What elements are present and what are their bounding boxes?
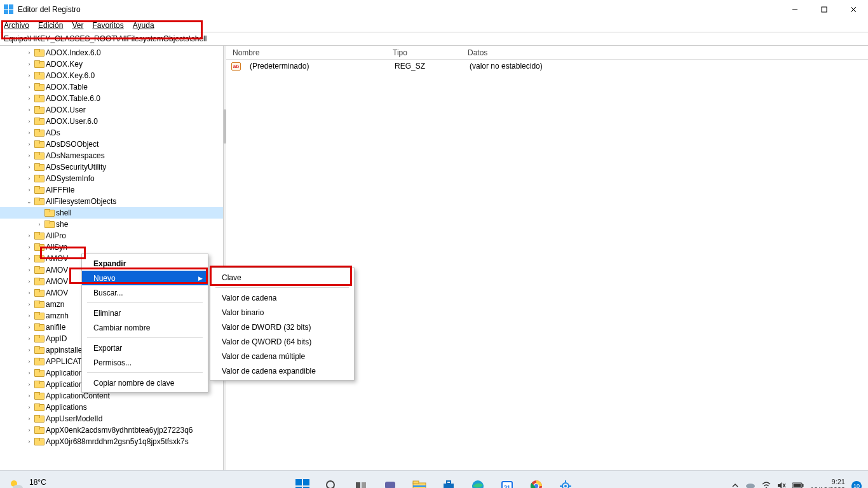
app-icon[interactable]: [553, 473, 578, 489]
ctx-export[interactable]: Exportar: [82, 341, 208, 355]
ctx-new-key[interactable]: Clave: [210, 270, 354, 285]
ctx-rename[interactable]: Cambiar nombre: [82, 320, 208, 335]
tree-item[interactable]: ›ADOX.Key.6.0: [0, 70, 223, 81]
menu-file[interactable]: Archivo: [4, 21, 29, 30]
col-data[interactable]: Datos: [461, 48, 868, 57]
chevron-right-icon[interactable]: ›: [25, 324, 33, 330]
tray-clock[interactable]: 9:21 10/10/2022: [810, 478, 845, 488]
tree-item[interactable]: ›ADsSecurityUtility: [0, 161, 223, 173]
chevron-right-icon[interactable]: ›: [25, 233, 33, 239]
tree-item[interactable]: ›ADOX.User: [0, 104, 223, 116]
tree-item[interactable]: ›AllSyn: [0, 241, 223, 253]
store-icon[interactable]: [436, 473, 461, 489]
tree-item[interactable]: ›ADSystemInfo: [0, 173, 223, 184]
tree-item[interactable]: ›AppX0jr688mrddhm2gsn5y1q8jpx5tfsxk7s: [0, 436, 223, 447]
tree-item[interactable]: ›AppX0enk2acdsmv8ydhntbtea6yjp27223q6: [0, 424, 223, 436]
tree-item[interactable]: ›AIFFFile: [0, 184, 223, 196]
chevron-right-icon[interactable]: ›: [25, 61, 33, 67]
menu-view[interactable]: Ver: [72, 21, 83, 30]
chevron-right-icon[interactable]: ›: [25, 313, 33, 319]
ctx-find[interactable]: Buscar...: [82, 285, 208, 300]
chevron-right-icon[interactable]: ›: [36, 221, 43, 227]
ctx-new-multistring[interactable]: Valor de cadena múltiple: [210, 349, 354, 363]
chevron-right-icon[interactable]: ›: [25, 427, 33, 433]
maximize-button[interactable]: [810, 0, 839, 19]
tree-item[interactable]: ›ADOX.Index.6.0: [0, 47, 223, 58]
edge-icon[interactable]: [465, 473, 491, 489]
tree-item[interactable]: ›Applications: [0, 402, 223, 413]
chevron-right-icon[interactable]: ›: [25, 290, 33, 296]
ctx-new-binary[interactable]: Valor binario: [210, 305, 354, 320]
chevron-right-icon[interactable]: ›: [25, 175, 33, 182]
chevron-right-icon[interactable]: ›: [25, 152, 33, 159]
ctx-new-dword[interactable]: Valor de DWORD (32 bits): [210, 320, 354, 334]
ctx-new[interactable]: Nuevo▶: [82, 271, 208, 285]
chevron-right-icon[interactable]: ›: [25, 187, 33, 193]
ctx-expand[interactable]: Expandir: [82, 256, 208, 271]
onedrive-icon[interactable]: [745, 482, 756, 489]
calendar-icon[interactable]: 31: [494, 473, 520, 489]
taskbar-weather[interactable]: 18°C Mayorm. soleado: [9, 478, 83, 489]
chevron-right-icon[interactable]: ›: [25, 393, 33, 399]
ctx-delete[interactable]: Eliminar: [82, 306, 208, 320]
chevron-right-icon[interactable]: ›: [25, 244, 33, 250]
tree-item[interactable]: shell: [0, 207, 223, 219]
notification-badge[interactable]: 10: [851, 481, 862, 489]
tray-chevron-up-icon[interactable]: [731, 482, 739, 489]
splitter[interactable]: [224, 46, 226, 470]
start-button[interactable]: [290, 473, 315, 489]
chevron-right-icon[interactable]: ›: [25, 130, 33, 136]
tree-item[interactable]: ›AppUserModelId: [0, 413, 223, 424]
chevron-right-icon[interactable]: ›: [25, 107, 33, 113]
chevron-right-icon[interactable]: ›: [25, 72, 33, 79]
search-icon[interactable]: [319, 473, 344, 489]
chevron-right-icon[interactable]: ›: [25, 95, 33, 102]
col-name[interactable]: Nombre: [226, 48, 386, 57]
ctx-copy-key-name[interactable]: Copiar nombre de clave: [82, 376, 208, 390]
close-button[interactable]: [839, 0, 868, 19]
tree-item[interactable]: ›ADsDSOObject: [0, 139, 223, 150]
chevron-right-icon[interactable]: ›: [25, 438, 33, 445]
chevron-right-icon[interactable]: ›: [25, 141, 33, 147]
chevron-right-icon[interactable]: ›: [25, 381, 33, 388]
tree-item[interactable]: ›ADOX.User.6.0: [0, 116, 223, 127]
chevron-right-icon[interactable]: ›: [25, 50, 33, 56]
ctx-new-expandstring[interactable]: Valor de cadena expandible: [210, 363, 354, 378]
chrome-icon[interactable]: [524, 473, 549, 489]
tree-item[interactable]: ›ADOX.Table.6.0: [0, 93, 223, 104]
volume-icon[interactable]: [777, 482, 786, 489]
chevron-right-icon[interactable]: ›: [25, 301, 33, 308]
tree-item[interactable]: ›she: [0, 219, 223, 230]
tree-item[interactable]: ›ADOX.Key: [0, 58, 223, 70]
col-type[interactable]: Tipo: [386, 48, 461, 57]
chevron-right-icon[interactable]: ›: [25, 84, 33, 90]
chevron-right-icon[interactable]: ›: [25, 278, 33, 285]
tree-item[interactable]: ⌄AllFilesystemObjects: [0, 196, 223, 207]
chevron-right-icon[interactable]: ›: [25, 118, 33, 125]
tree-item[interactable]: ›ADOX.Table: [0, 81, 223, 93]
ctx-new-qword[interactable]: Valor de QWORD (64 bits): [210, 334, 354, 349]
chevron-right-icon[interactable]: ›: [25, 416, 33, 422]
chevron-right-icon[interactable]: ›: [25, 370, 33, 376]
list-row[interactable]: ab (Predeterminado) REG_SZ (valor no est…: [226, 60, 868, 72]
ctx-permissions[interactable]: Permisos...: [82, 355, 208, 370]
menu-favorites[interactable]: Favoritos: [92, 21, 123, 30]
ctx-new-string[interactable]: Valor de cadena: [210, 290, 354, 305]
chat-icon[interactable]: [377, 473, 403, 489]
chevron-right-icon[interactable]: ›: [25, 358, 33, 365]
tree-item[interactable]: ›ADsNamespaces: [0, 150, 223, 161]
chevron-right-icon[interactable]: ›: [25, 164, 33, 170]
chevron-right-icon[interactable]: ›: [25, 336, 33, 342]
chevron-right-icon[interactable]: ›: [25, 404, 33, 410]
battery-icon[interactable]: [792, 482, 804, 489]
menu-edit[interactable]: Edición: [38, 21, 63, 30]
tree-item[interactable]: ›AllPro: [0, 230, 223, 241]
chevron-right-icon[interactable]: ›: [25, 267, 33, 273]
chevron-down-icon[interactable]: ⌄: [25, 198, 33, 205]
list-pane[interactable]: Nombre Tipo Datos ab (Predeterminado) RE…: [226, 46, 868, 470]
chevron-right-icon[interactable]: ›: [25, 255, 33, 262]
address-bar[interactable]: Equipo\HKEY_CLASSES_ROOT\AllFilesystemOb…: [0, 32, 868, 46]
tree-item[interactable]: ›ADs: [0, 127, 223, 139]
minimize-button[interactable]: [780, 0, 810, 19]
wifi-icon[interactable]: [762, 482, 771, 489]
